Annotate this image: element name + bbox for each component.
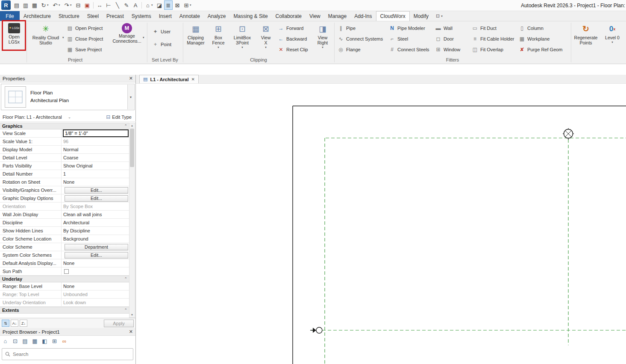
tab-architecture[interactable]: Architecture <box>20 11 55 21</box>
section-header-extents[interactable]: Extents ⌃ <box>0 307 129 314</box>
scroll-down-icon[interactable]: ▼ <box>129 312 135 317</box>
level-0-button[interactable]: 0x Level 0 ▾ <box>601 23 624 44</box>
property-value[interactable]: By Discipline <box>62 227 129 235</box>
edit-type-button[interactable]: ⊟ Edit Type <box>106 114 132 120</box>
close-inactive-views-icon[interactable]: ⊠ <box>173 0 182 10</box>
column-button[interactable]: ▯Column <box>519 24 544 32</box>
open-project-button[interactable]: ▤ Open Project <box>67 24 103 32</box>
revit-logo[interactable]: R <box>1 0 11 10</box>
regenerate-points-button[interactable]: ↻ Regenerate Points <box>573 23 598 45</box>
limitbox-3point-button[interactable]: ⊡ LimitBox 3Point ▾ <box>230 23 255 49</box>
set-level-point-button[interactable]: + Point <box>152 40 171 49</box>
text-icon[interactable]: A <box>131 0 140 10</box>
reset-clip-button[interactable]: ✕ Reset Clip <box>278 45 308 54</box>
window-button[interactable]: ⊞Window <box>435 45 460 54</box>
view-x-button[interactable]: ⊠ View X ▾ <box>256 23 275 49</box>
limitbox-dropdown-icon[interactable]: ▾ <box>241 46 243 49</box>
property-value[interactable]: Show Original <box>62 162 129 170</box>
tab-steel[interactable]: Steel <box>83 11 103 21</box>
view-tab-close-icon[interactable]: ✕ <box>191 77 194 82</box>
model-line-icon[interactable]: ╲ <box>113 0 122 10</box>
door-button[interactable]: ◻Door <box>435 35 454 43</box>
tab-annotate[interactable]: Annotate <box>176 11 204 21</box>
tab-cloudworx[interactable]: CloudWorx <box>376 11 410 21</box>
connect-systems-button[interactable]: ∿Connect Systems <box>338 35 383 43</box>
property-value[interactable]: Architectural <box>62 219 129 226</box>
collapse-icon[interactable]: ⌃ <box>124 308 127 312</box>
tab-systems[interactable]: Systems <box>128 11 155 21</box>
open-icon[interactable]: ▥ <box>21 0 30 10</box>
reality-cloud-studio-button[interactable]: ✳ Reality Cloud Studio <box>29 23 62 45</box>
ribbon-display-toggle[interactable]: ⊡▾ <box>432 11 446 21</box>
save-icon[interactable]: ▦ <box>30 0 39 10</box>
apply-button[interactable]: Apply <box>104 320 134 327</box>
tab-modify[interactable]: Modify <box>410 11 432 21</box>
undo-icon[interactable]: ↶ <box>51 0 59 10</box>
save-project-button[interactable]: ▦ Save Project <box>67 45 102 54</box>
customize-qat-icon[interactable]: ▾ <box>190 3 193 7</box>
pipe-button[interactable]: ∥Pipe <box>338 24 356 32</box>
pipe-modeler-button[interactable]: NPipe Modeler <box>389 24 425 32</box>
detail-line-icon[interactable]: ✎ <box>122 0 131 10</box>
property-value[interactable]: Coarse <box>62 154 129 161</box>
link-icon[interactable]: ∞ <box>60 337 69 345</box>
default-3d-view-icon[interactable]: ⌂ <box>144 0 152 10</box>
elevation-marker-bottom[interactable] <box>310 327 322 333</box>
tab-massing-site[interactable]: Massing & Site <box>230 11 272 21</box>
view-right-dropdown-icon[interactable]: ▾ <box>322 46 323 49</box>
project-browser-search[interactable] <box>2 348 133 360</box>
tab-view[interactable]: View <box>306 11 324 21</box>
filter-icon[interactable]: ◧ <box>40 337 49 345</box>
selection-box-icon[interactable]: ⊡ <box>11 337 20 345</box>
tab-analyze[interactable]: Analyze <box>204 11 230 21</box>
backward-button[interactable]: ← Backward <box>278 35 307 43</box>
property-value[interactable]: Normal <box>62 146 129 153</box>
collapse-icon[interactable]: ⌃ <box>124 124 127 128</box>
set-level-user-button[interactable]: ✦ User <box>152 27 170 36</box>
property-value[interactable]: None <box>62 178 129 186</box>
connect-steels-button[interactable]: #Connect Steels <box>389 45 429 54</box>
view-right-button[interactable]: ◨ View Right ▾ <box>313 23 332 49</box>
forward-button[interactable]: → Forward <box>278 24 303 32</box>
fit-overlap-button[interactable]: ◫Fit Overlap <box>472 45 503 54</box>
view-tab-l1-architectural[interactable]: ▤ L1 - Architectural ✕ <box>139 75 199 83</box>
print-icon[interactable]: ⊟ <box>74 0 82 10</box>
tab-collaborate[interactable]: Collaborate <box>272 11 306 21</box>
close-project-button[interactable]: ▥ Close Project <box>67 35 103 43</box>
list-view-icon[interactable]: ▤ <box>21 337 29 345</box>
flange-button[interactable]: ◎Flange <box>338 45 361 54</box>
type-selector-dropdown-icon[interactable]: ▾ <box>127 85 134 109</box>
system-color-schemes-edit-button[interactable]: Edit... <box>65 252 128 258</box>
section-header-underlay[interactable]: Underlay ⌃ <box>0 276 129 282</box>
section-icon[interactable]: ◪ <box>155 0 164 10</box>
section-header-graphics[interactable]: Graphics ⌃ <box>0 123 129 129</box>
tab-add-ins[interactable]: Add-Ins <box>350 11 376 21</box>
recent-documents-icon[interactable]: ▤ <box>12 0 21 10</box>
manage-connections-dropdown-icon[interactable]: ▾ <box>143 36 144 39</box>
tab-manage[interactable]: Manage <box>324 11 350 21</box>
aligned-dimension-icon[interactable]: ⊢ <box>104 0 113 10</box>
insert-image-icon[interactable]: ▣ <box>83 0 91 10</box>
home-icon[interactable]: ⌂ <box>1 337 10 345</box>
drawing-canvas[interactable] <box>136 84 626 364</box>
fit-cable-holder-button[interactable]: ≡Fit Cable Holder <box>472 35 514 43</box>
workplane-button[interactable]: ▦Workplane <box>519 35 550 43</box>
clipping-manager-button[interactable]: ▦ Clipping Manager <box>185 23 207 45</box>
purge-ref-geom-button[interactable]: ✘Purge Ref Geom <box>519 45 563 54</box>
tab-precast[interactable]: Precast <box>103 11 128 21</box>
level-dropdown-icon[interactable]: ▾ <box>611 41 613 44</box>
sun-path-checkbox[interactable] <box>64 269 69 274</box>
redo-dropdown-icon[interactable]: ▾ <box>70 3 73 7</box>
sort-descending-icon[interactable]: Z↓ <box>20 320 27 327</box>
visibility-graphics-edit-button[interactable]: Edit... <box>65 187 128 194</box>
fit-duct-button[interactable]: ▭Fit Duct <box>472 24 497 32</box>
box-fence-dropdown-icon[interactable]: ▾ <box>217 46 219 49</box>
3d-view-dropdown-icon[interactable]: ▾ <box>151 3 155 7</box>
manage-connections-button[interactable]: M Manage Connections... <box>112 23 142 44</box>
redo-icon[interactable]: ↷ <box>62 0 71 10</box>
project-browser-close-icon[interactable]: ✕ <box>129 329 133 335</box>
view-x-dropdown-icon[interactable]: ▾ <box>265 46 267 49</box>
sync-icon[interactable]: ↻ <box>39 0 48 10</box>
color-scheme-button[interactable]: Department <box>65 244 128 250</box>
properties-scrollbar[interactable]: ▲ ▼ <box>129 123 135 318</box>
